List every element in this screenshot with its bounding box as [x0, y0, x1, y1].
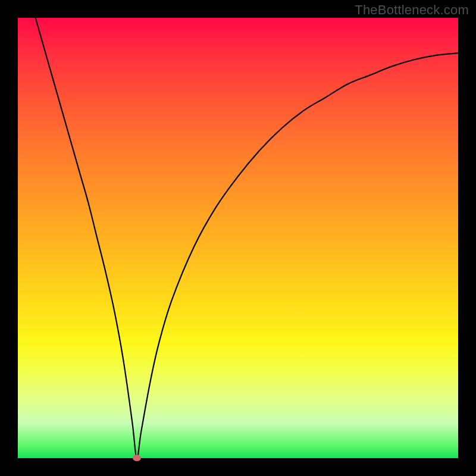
curve-svg [18, 18, 458, 458]
watermark-text: TheBottleneck.com [355, 2, 469, 18]
chart-frame: TheBottleneck.com [0, 0, 476, 476]
bottleneck-curve [36, 18, 458, 458]
minimum-marker [133, 455, 141, 461]
plot-area [18, 18, 458, 458]
